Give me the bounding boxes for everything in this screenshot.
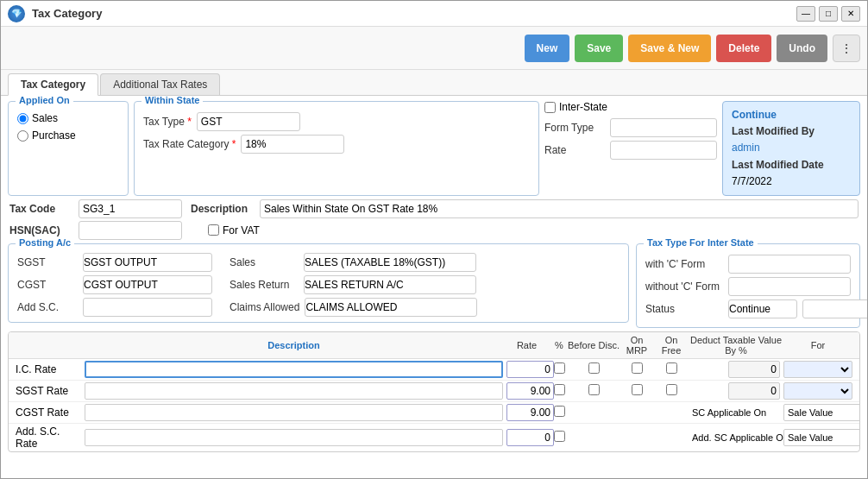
app-icon: 💎 <box>8 5 25 22</box>
tax-code-label: Tax Code <box>9 203 70 215</box>
sales-return-select[interactable]: SALES RETURN A/C <box>304 275 476 294</box>
tax-rate-category-label: Tax Rate Category * <box>143 138 236 150</box>
applied-on-section: Applied On Sales Purchase <box>8 101 129 196</box>
sales-radio[interactable]: Sales <box>17 112 119 124</box>
sgst-rate-deduct-input[interactable] <box>728 382 780 400</box>
rate-table-desc-header: Description <box>85 340 503 350</box>
tab-tax-category[interactable]: Tax Category <box>8 73 98 96</box>
rate-select[interactable] <box>610 141 717 160</box>
ic-rate-percent-check[interactable] <box>554 362 565 374</box>
with-c-form-select[interactable] <box>728 255 851 274</box>
save-new-button[interactable]: Save & New <box>628 35 711 62</box>
table-row: CGST Rate SC Applicable On Sale Value <box>9 402 859 424</box>
tab-additional-tax-rates[interactable]: Additional Tax Rates <box>100 73 220 95</box>
applied-on-legend: Applied On <box>16 96 73 105</box>
sgst-rate-for-select[interactable] <box>783 382 852 400</box>
tax-type-inter-state-legend: Tax Type For Inter State <box>644 237 758 248</box>
form-type-select[interactable] <box>610 118 717 137</box>
before-disc-header: Before Disc. <box>568 340 620 350</box>
sgst-rate-input[interactable] <box>506 382 554 400</box>
new-button[interactable]: New <box>525 35 570 62</box>
within-state-legend: Within State <box>142 96 203 105</box>
sc-applicable-label: SC Applicable On <box>692 407 766 418</box>
sgst-rate-before-disc-check[interactable] <box>588 384 600 395</box>
status-field-label: Status <box>645 303 723 315</box>
table-row: SGST Rate <box>9 381 859 402</box>
sgst-label: SGST <box>17 256 78 268</box>
tax-type-select[interactable]: GST <box>197 112 300 131</box>
sc-applicable-select[interactable]: Sale Value <box>783 404 860 421</box>
ic-rate-before-disc-check[interactable] <box>588 362 600 374</box>
sales-return-label: Sales Return <box>230 279 299 291</box>
cgst-label: CGST <box>17 279 78 291</box>
table-row: Add. S.C. Rate Add. SC Applicable On Sal… <box>9 424 859 451</box>
add-sc-applicable-select[interactable]: Sale Value <box>783 429 860 446</box>
for-header: For <box>783 340 852 350</box>
inter-state-checkbox[interactable] <box>544 102 556 113</box>
last-modified-date-value: 7/7/2022 <box>732 175 772 187</box>
status-select[interactable]: Continue <box>728 299 797 318</box>
cgst-rate-input[interactable] <box>506 404 554 421</box>
status-extra-select[interactable] <box>802 299 867 318</box>
for-vat-checkbox[interactable] <box>208 224 219 236</box>
form-type-label: Form Type <box>544 122 605 134</box>
rate-header: Rate <box>503 340 550 350</box>
sgst-rate-percent-check[interactable] <box>554 384 565 395</box>
on-mrp-header: On MRP <box>620 335 654 356</box>
hsn-label: HSN(SAC) <box>9 224 70 236</box>
purchase-radio[interactable]: Purchase <box>17 129 119 142</box>
description-label: Description <box>191 203 251 215</box>
claims-allowed-select[interactable]: CLAIMS ALLOWED <box>305 298 477 317</box>
add-sc-rate-percent-check[interactable] <box>554 431 565 442</box>
sales-label: Sales <box>230 256 299 268</box>
add-sc-select[interactable] <box>83 298 212 317</box>
description-input[interactable] <box>260 199 859 218</box>
ic-rate-on-mrp-check[interactable] <box>632 362 643 374</box>
ic-rate-for-select[interactable] <box>783 361 852 378</box>
hsn-select[interactable] <box>79 221 182 240</box>
ic-rate-deduct-input[interactable] <box>728 361 780 378</box>
posting-section: Posting A/c SGST SGST OUTPUT <box>8 243 629 323</box>
cgst-rate-desc-input[interactable] <box>85 404 503 421</box>
without-c-form-label: without 'C' Form <box>645 280 723 293</box>
percent-header: % <box>550 340 568 350</box>
last-modified-date-label: Last Modified Date <box>732 159 824 171</box>
add-sc-label: Add S.C. <box>17 301 78 313</box>
close-button[interactable]: ✕ <box>841 6 860 22</box>
posting-legend: Posting A/c <box>16 237 74 248</box>
sales-select[interactable]: SALES (TAXABLE 18%(GST)) <box>304 253 476 272</box>
minimize-button[interactable]: — <box>796 6 815 22</box>
sgst-rate-on-mrp-check[interactable] <box>632 384 643 395</box>
sgst-rate-desc-input[interactable] <box>85 382 503 400</box>
on-free-header: On Free <box>654 335 689 356</box>
ic-rate-input[interactable] <box>506 361 554 378</box>
ic-rate-label: I.C. Rate <box>16 363 85 375</box>
tax-rate-category-select[interactable]: 18% <box>241 135 344 154</box>
tax-code-input[interactable] <box>79 199 182 218</box>
tax-type-inter-state-section: Tax Type For Inter State with 'C' Form w… <box>636 243 860 328</box>
window-title: Tax Category <box>32 7 407 20</box>
ic-rate-on-free-check[interactable] <box>666 362 677 374</box>
inter-state-label: Inter-State <box>559 101 607 113</box>
maximize-button[interactable]: □ <box>819 6 838 22</box>
undo-button[interactable]: Undo <box>777 35 827 62</box>
without-c-form-select[interactable] <box>728 277 851 296</box>
save-button[interactable]: Save <box>575 35 623 62</box>
more-button[interactable]: ⋮ <box>833 35 860 62</box>
status-panel: Continue Last Modified By admin Last Mod… <box>722 101 860 196</box>
cgst-rate-percent-check[interactable] <box>554 406 565 417</box>
add-sc-rate-label: Add. S.C. Rate <box>16 425 85 450</box>
sgst-rate-on-free-check[interactable] <box>666 384 677 395</box>
with-c-form-label: with 'C' Form <box>645 258 723 270</box>
add-sc-rate-desc-input[interactable] <box>85 429 503 446</box>
sgst-select[interactable]: SGST OUTPUT <box>83 253 212 272</box>
for-vat-label: For VAT <box>223 224 260 236</box>
within-state-section: Within State Tax Type * GST Tax Rate Cat… <box>134 101 539 196</box>
sgst-rate-label: SGST Rate <box>16 385 85 397</box>
delete-button[interactable]: Delete <box>716 35 771 62</box>
claims-allowed-label: Claims Allowed <box>230 301 299 313</box>
add-sc-rate-input[interactable] <box>506 429 554 446</box>
ic-rate-desc-input[interactable] <box>85 361 503 378</box>
last-modified-by-label: Last Modified By <box>732 125 815 137</box>
cgst-select[interactable]: CGST OUTPUT <box>83 275 212 294</box>
